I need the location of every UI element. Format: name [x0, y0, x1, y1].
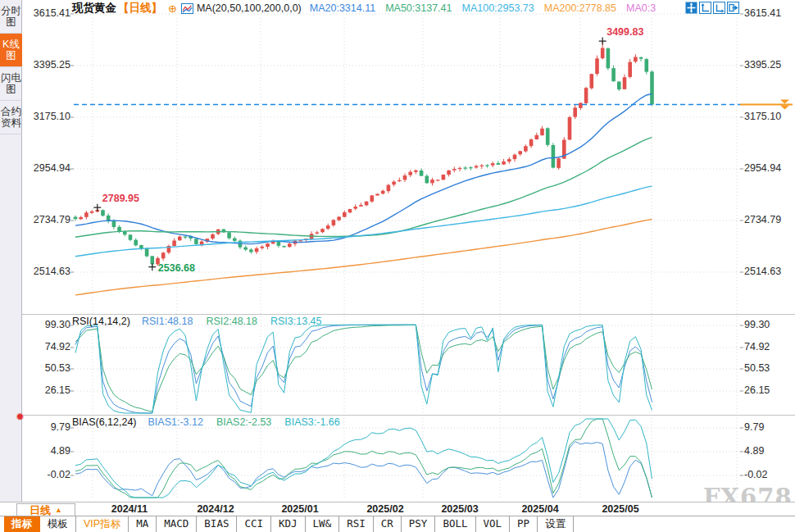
price-axis-label-left-0: 3615.41 [25, 7, 70, 19]
chart-header: 现货黄金 【日线】 ⊕ MA(20,50,100,200,0,0) MA20:3… [72, 2, 666, 15]
rsiVals-0: RSI1:48.18 [142, 316, 193, 327]
price-axis-label-left-4: 2734.79 [25, 214, 70, 225]
tab-BIAS[interactable]: BIAS [197, 516, 237, 532]
bias-axis-label-right-0: 9.79 [744, 421, 793, 433]
biasVals-2: BIAS3:-1.66 [284, 416, 339, 428]
rsi-axis-label-left-3: 26.15 [25, 384, 70, 396]
price-axis-label-right-2: 3175.10 [744, 111, 793, 122]
biasVals-0: BIAS1:-3.12 [148, 416, 203, 428]
sidebar-item-3[interactable]: 合约资料 [0, 101, 22, 134]
symbol-title: 现货黄金 [72, 1, 116, 16]
date-label-5: 2025/04 [521, 503, 558, 516]
tab-模板[interactable]: 模板 [40, 516, 76, 532]
bias-axis-label-right-1: 4.89 [744, 445, 793, 457]
bias-axis-label-left-2: -0.02 [25, 469, 70, 480]
chart-type-icon[interactable] [181, 3, 193, 14]
bias-header: BIAS(6,12,24) BIAS1:-3.12BIAS2:-2.53BIAS… [72, 416, 353, 428]
scale-x-axis-icon[interactable] [713, 2, 725, 14]
rsi-axis-label-right-3: 26.15 [744, 384, 793, 396]
maVals-1: MA50:3137.41 [385, 2, 452, 14]
tab-MA[interactable]: MA [129, 516, 157, 532]
price-axis-label-right-5: 2514.63 [744, 266, 793, 277]
tab-CCI[interactable]: CCI [237, 516, 271, 532]
price-axis-label-right-0: 3615.41 [744, 7, 793, 19]
maVals-3: MA200:2778.85 [544, 2, 616, 14]
maVals-2: MA100:2953.73 [461, 2, 534, 14]
rsi-values: RSI1:48.18RSI2:48.18RSI3:13.45 [142, 316, 335, 327]
rsi-axis-label-left-1: 74.92 [25, 341, 70, 352]
tab-KDJ[interactable]: KDJ [271, 516, 306, 532]
alert-icon[interactable]: ✹ [16, 412, 25, 422]
rsi-axis-label-right-1: 74.92 [744, 341, 793, 352]
bias-axis-label-right-2: -0.02 [744, 469, 793, 480]
sidebar-item-0[interactable]: 分时图 [0, 0, 22, 34]
date-label-3: 2025/02 [366, 503, 403, 516]
rsi-axis-label-left-0: 99.30 [25, 319, 70, 330]
rsi-axis-label-right-0: 99.30 [744, 319, 793, 330]
detach-window-icon[interactable] [727, 2, 739, 14]
x-axis-row: 日线 ▲ 2024/112024/122025/012025/022025/03… [0, 502, 795, 516]
sidebar-item-1[interactable]: K线图 [0, 34, 22, 67]
sidebar-item-2[interactable]: 闪电图 [0, 67, 22, 101]
tab-PSY[interactable]: PSY [402, 516, 436, 532]
annotation-high-peak: 3499.83 [606, 26, 643, 38]
rsiVals-2: RSI3:13.45 [270, 316, 322, 327]
chevron-up-icon: ▲ [55, 507, 62, 514]
indicator-tab-bar: 指标模板VIP指标MAMACDBIASCCIKDJLW&RSICRPSYBOLL… [0, 516, 795, 532]
price-axis-label-right-3: 2954.94 [744, 162, 793, 174]
price-axis-label-left-3: 2954.94 [25, 162, 70, 174]
bias-values: BIAS1:-3.12BIAS2:-2.53BIAS3:-1.66 [148, 416, 353, 428]
chart-toolbar [685, 2, 739, 14]
price-axis-label-left-5: 2514.63 [25, 266, 70, 277]
tab-MACD[interactable]: MACD [157, 516, 197, 532]
date-label-0: 2024/11 [111, 503, 148, 516]
date-label-4: 2025/03 [441, 503, 478, 516]
price-axis-label-left-1: 3395.25 [25, 59, 70, 70]
price-axis-label-right-1: 3395.25 [744, 59, 793, 70]
bias-axis-label-left-0: 9.79 [25, 421, 70, 433]
annotation-high-early: 2789.95 [102, 193, 139, 204]
bias-title: BIAS(6,12,24) [72, 416, 137, 428]
tab-VOL[interactable]: VOL [476, 516, 511, 532]
tab-RSI[interactable]: RSI [339, 516, 374, 532]
biasVals-1: BIAS2:-2.53 [216, 416, 271, 428]
date-label-2: 2025/01 [281, 503, 318, 516]
ma-legend: MA20:3314.11MA50:3137.41MA100:2953.73MA2… [310, 2, 666, 14]
rsiVals-1: RSI2:48.18 [206, 316, 257, 327]
rsi-axis-label-right-2: 50.53 [744, 362, 793, 374]
sidebar: 分时图K线图闪电图合约资料 [0, 0, 22, 502]
bias-axis-label-left-1: 4.89 [25, 445, 70, 457]
ma-formula: MA(20,50,100,200,0,0) [197, 2, 302, 14]
price-axis-label-left-2: 3175.10 [25, 111, 70, 122]
pan-icon[interactable] [685, 2, 697, 14]
date-label-6: 2025/05 [602, 503, 638, 516]
tab-指标[interactable]: 指标 [4, 516, 40, 532]
tab-VIP指标[interactable]: VIP指标 [76, 516, 129, 532]
rsi-axis-label-left-2: 50.53 [25, 362, 70, 374]
rsi-header: RSI(14,14,2) RSI1:48.18RSI2:48.18RSI3:13… [72, 316, 335, 327]
tab-BOLL[interactable]: BOLL [435, 516, 475, 532]
maVals-0: MA20:3314.11 [310, 2, 375, 14]
tab-LW&[interactable]: LW& [306, 516, 340, 532]
maVals-4: MA0:3 [626, 2, 656, 14]
period-tag: 【日线】 [118, 1, 162, 16]
annotation-low: 2536.68 [158, 262, 195, 274]
tab-设置[interactable]: 设置 [538, 516, 574, 532]
price-axis-label-right-4: 2734.79 [744, 214, 793, 225]
tab-PP[interactable]: PP [510, 516, 538, 532]
scale-y-axis-icon[interactable] [699, 2, 711, 14]
period-label: 日线 [30, 505, 51, 516]
add-overlay-icon[interactable]: ⊕ [168, 2, 177, 15]
rsi-title: RSI(14,14,2) [72, 316, 130, 327]
chart-canvas[interactable] [0, 0, 795, 532]
tab-CR[interactable]: CR [374, 516, 402, 532]
date-label-1: 2024/12 [197, 503, 234, 516]
